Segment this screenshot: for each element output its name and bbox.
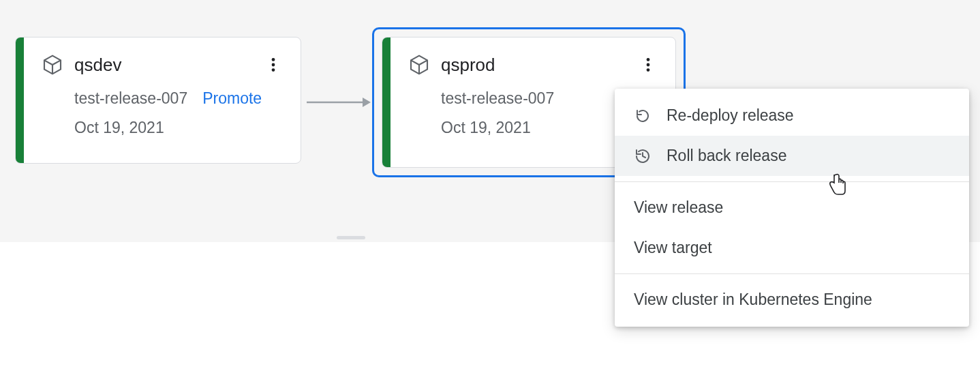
status-indicator-success [382,38,391,167]
svg-marker-4 [363,98,371,107]
history-icon [634,147,652,165]
svg-point-1 [272,63,275,67]
svg-point-6 [647,63,650,67]
menu-item-label: View target [634,239,712,257]
target-title: qsprod [441,55,495,76]
kubernetes-icon [408,54,430,76]
target-title: qsdev [74,55,121,76]
redeploy-icon [634,107,652,125]
svg-point-7 [647,68,650,72]
menu-divider [615,181,969,182]
menu-item-rollback[interactable]: Roll back release [615,136,969,176]
svg-point-5 [647,58,650,61]
release-date: Oct 19, 2021 [74,119,286,137]
panel-resize-handle[interactable] [337,236,365,239]
menu-item-label: View release [634,198,723,217]
more-actions-button[interactable] [261,53,286,77]
menu-divider [615,273,969,274]
release-name: test-release-007 [74,89,187,108]
release-name: test-release-007 [441,89,554,108]
svg-point-0 [272,58,275,61]
kubernetes-icon [42,54,63,76]
menu-item-view-release[interactable]: View release [615,188,969,228]
menu-item-redeploy[interactable]: Re-deploy release [615,95,969,136]
pipeline-canvas: qsdev test-release-007 Promote Oct 19, 2… [0,0,980,246]
svg-point-2 [272,68,275,72]
target-card-dev[interactable]: qsdev test-release-007 Promote Oct 19, 2… [15,37,301,164]
menu-item-label: Re-deploy release [667,106,794,125]
promote-button[interactable]: Promote [202,89,262,108]
menu-item-view-cluster[interactable]: View cluster in Kubernetes Engine [615,280,969,320]
menu-item-view-target[interactable]: View target [615,228,969,268]
menu-item-label: Roll back release [667,147,786,165]
context-menu: Re-deploy release Roll back release View… [615,89,969,327]
pipeline-arrow [307,95,371,109]
menu-item-label: View cluster in Kubernetes Engine [634,291,872,309]
status-indicator-success [16,38,24,163]
more-actions-button[interactable] [636,53,660,77]
